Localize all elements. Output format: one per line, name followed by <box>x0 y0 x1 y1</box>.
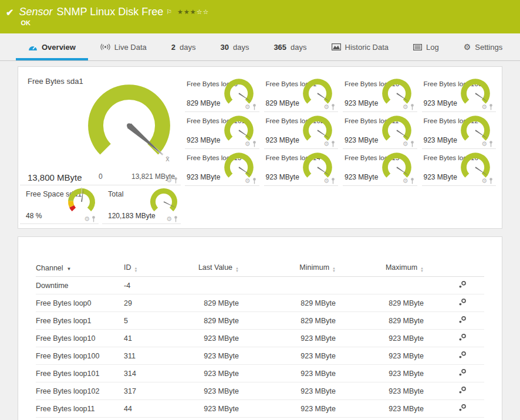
area-chart-icon <box>332 43 341 50</box>
cell-channel: Downtime <box>36 277 124 294</box>
tab-30-days[interactable]: 30days <box>208 33 261 60</box>
pin-icon[interactable] <box>331 178 335 184</box>
channel-gauge <box>223 114 255 144</box>
cell-maximum: 923 MByte <box>344 347 432 365</box>
pin-icon[interactable] <box>489 141 493 147</box>
log-icon <box>413 44 422 50</box>
pin-icon[interactable] <box>489 178 493 184</box>
channel-settings-gear-icon[interactable]: ⚙ <box>403 178 408 184</box>
tab-2-days[interactable]: 2days <box>159 33 208 60</box>
cell-minimum: 923 MByte <box>247 347 344 365</box>
pin-icon[interactable] <box>174 177 178 184</box>
edit-channel-icon[interactable] <box>458 404 467 412</box>
channel-last-value: 923 MByte <box>266 173 299 181</box>
column-header-maximum[interactable]: Maximum▲▼ <box>344 260 432 277</box>
gauge-icon <box>28 43 38 51</box>
channel-table-row: Free Bytes loop11 44 923 MByte 923 MByte… <box>36 400 484 418</box>
cell-channel: Free Bytes loop11 <box>36 400 124 418</box>
channel-gauge-cell: Free Bytes loop14 923 MByte ⚙ <box>264 149 339 186</box>
channel-settings-gear-icon[interactable]: ⚙ <box>166 216 172 222</box>
tab-historic-data[interactable]: Historic Data <box>319 33 401 60</box>
channel-settings-gear-icon[interactable]: ⚙ <box>403 104 408 110</box>
sensor-banner: ✔ SensorSNMP Linux Disk Free⚐★★★☆☆ OK <box>0 0 520 33</box>
edit-channel-icon[interactable] <box>458 368 467 377</box>
cell-channel: Free Bytes loop102 <box>36 382 124 400</box>
pin-icon[interactable] <box>331 141 335 147</box>
channel-gauge-cell: Free Bytes loop12 923 MByte ⚙ <box>422 112 497 149</box>
channel-last-value: 923 MByte <box>187 136 220 144</box>
channel-gauge <box>302 151 333 181</box>
pin-icon[interactable] <box>410 178 414 184</box>
channel-settings-gear-icon[interactable]: ⚙ <box>245 141 251 147</box>
edit-channel-icon[interactable] <box>458 386 467 394</box>
star-empty-icons: ☆☆ <box>197 8 210 15</box>
main-gauge: x̄ <box>85 81 174 163</box>
cell-id: -4 <box>124 277 174 294</box>
column-header-minimum[interactable]: Minimum▲▼ <box>247 260 344 277</box>
channel-last-value: 48 % <box>26 212 42 220</box>
edit-channel-icon[interactable] <box>458 280 467 289</box>
pin-icon[interactable] <box>489 104 493 110</box>
cell-minimum: 923 MByte <box>247 382 344 400</box>
cell-channel: Free Bytes loop101 <box>36 365 124 382</box>
channel-settings-gear-icon[interactable]: ⚙ <box>323 141 329 147</box>
pin-icon[interactable] <box>410 104 414 110</box>
cell-minimum: 923 MByte <box>247 400 344 418</box>
column-header-last-value[interactable]: Last Value▲▼ <box>174 260 247 277</box>
channel-last-value: 829 MByte <box>187 99 220 107</box>
pin-icon[interactable] <box>92 216 96 222</box>
tab-bar: Overview Live Data 2days 30days 365days … <box>0 33 520 61</box>
edit-channel-icon[interactable] <box>458 316 467 324</box>
column-header-channel[interactable]: Channel▼ <box>36 260 124 277</box>
column-header-id[interactable]: ID▲▼ <box>124 260 174 277</box>
svg-text:x̄: x̄ <box>166 154 170 163</box>
channel-settings-gear-icon[interactable]: ⚙ <box>481 178 487 184</box>
tab-365-days[interactable]: 365days <box>261 33 319 60</box>
free-space-gauge <box>67 187 96 214</box>
channel-settings-gear-icon[interactable]: ⚙ <box>481 141 487 147</box>
tab-live-data[interactable]: Live Data <box>88 33 159 60</box>
pin-icon[interactable] <box>252 141 256 147</box>
edit-channel-icon[interactable] <box>458 333 467 341</box>
channel-gauge <box>302 114 333 144</box>
star-filled-icons: ★★★ <box>177 8 197 15</box>
pin-icon[interactable] <box>252 178 256 184</box>
channel-gauge-cell: Free Bytes loop101 923 MByte ⚙ <box>185 112 259 149</box>
channel-settings-gear-icon[interactable]: ⚙ <box>481 104 487 110</box>
channel-settings-gear-icon[interactable]: ⚙ <box>245 178 251 184</box>
channel-settings-gear-icon[interactable]: ⚙ <box>166 177 172 184</box>
channel-table-row: Free Bytes loop102 317 923 MByte 923 MBy… <box>36 382 484 400</box>
tab-settings[interactable]: ⚙ Settings <box>451 33 515 60</box>
pin-icon[interactable] <box>252 104 256 110</box>
channel-gauge <box>223 151 255 181</box>
total-gauge-cell: Total 120,183 MByte ⚙ <box>102 185 181 224</box>
channel-settings-gear-icon[interactable]: ⚙ <box>323 104 329 110</box>
cell-maximum: 923 MByte <box>344 330 432 347</box>
priority-stars[interactable]: ★★★☆☆ <box>177 8 209 15</box>
channel-table-row: Free Bytes loop1 5 829 MByte 829 MByte 8… <box>36 312 484 330</box>
sort-icon: ▲▼ <box>420 267 424 272</box>
cell-minimum <box>247 277 344 294</box>
channel-table-row: Downtime -4 <box>36 277 484 294</box>
edit-channel-icon[interactable] <box>458 351 467 359</box>
pin-icon[interactable] <box>331 104 335 110</box>
channel-gauge <box>302 77 333 107</box>
tab-log[interactable]: Log <box>401 33 451 60</box>
channel-gauge-cell: Free Bytes loop15 923 MByte ⚙ <box>343 149 417 186</box>
channel-gauge-cell: Free Bytes loop13 923 MByte ⚙ <box>185 149 259 186</box>
sort-desc-icon: ▼ <box>67 266 72 272</box>
edit-channel-icon[interactable] <box>458 298 467 306</box>
main-gauge-cell: Free Bytes sda1 x̄ 0 13,821 MByte 13,800… <box>20 75 181 185</box>
channel-settings-gear-icon[interactable]: ⚙ <box>323 178 329 184</box>
channel-gauge <box>460 77 491 107</box>
cell-maximum: 829 MByte <box>344 312 432 330</box>
channel-gauge-cell: Free Bytes loop102 923 MByte ⚙ <box>264 112 339 149</box>
channel-settings-gear-icon[interactable]: ⚙ <box>245 104 251 110</box>
pin-icon[interactable] <box>410 141 414 147</box>
tab-overview[interactable]: Overview <box>16 33 88 60</box>
channel-gauge-cell: Free Bytes loop11 923 MByte ⚙ <box>343 112 417 149</box>
pin-icon[interactable] <box>174 216 178 222</box>
channel-settings-gear-icon[interactable]: ⚙ <box>84 216 90 222</box>
channel-settings-gear-icon[interactable]: ⚙ <box>403 141 408 147</box>
cell-minimum: 923 MByte <box>247 365 344 382</box>
